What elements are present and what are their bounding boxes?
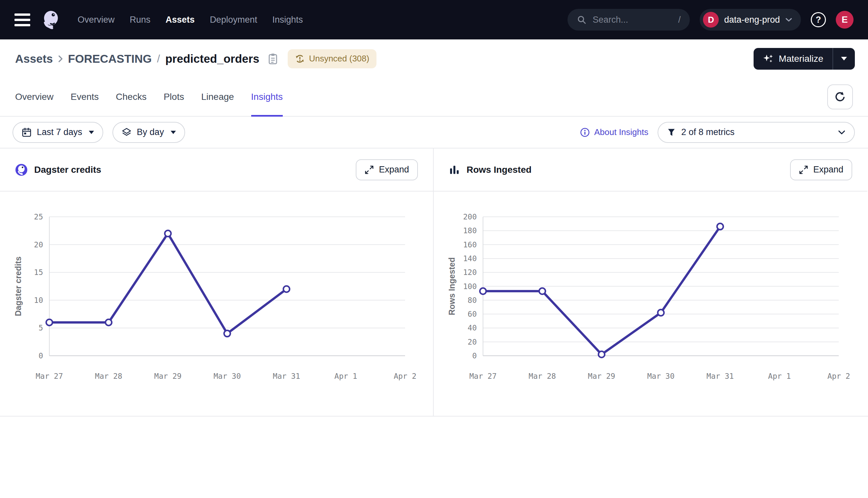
asset-header-row: Assets FORECASTING / predicted_orders [0, 39, 868, 78]
expand-label: Expand [379, 165, 409, 175]
asset-name: predicted_orders [165, 52, 259, 65]
caret-down-icon [89, 131, 94, 134]
primary-nav: Overview Runs Assets Deployment Insights [78, 15, 303, 25]
breadcrumb-separator: / [157, 53, 160, 65]
search-input[interactable]: Search... / [567, 9, 690, 30]
insights-filter-bar: Last 7 days By day About Insights 2 of 8… [0, 117, 868, 148]
expand-label: Expand [813, 165, 843, 175]
y-tick-label: 80 [468, 296, 477, 304]
rows-ingested-card: Rows Ingested Expand 0204060801001201401… [434, 148, 867, 416]
status-badge[interactable]: Unsynced (308) [288, 49, 377, 68]
x-tick-label: Mar 27 [36, 372, 63, 380]
nav-overview[interactable]: Overview [78, 15, 115, 25]
dagster-credits-line-chart: 0510152025Mar 27Mar 28Mar 29Mar 30Mar 31… [0, 192, 433, 416]
breadcrumb-chevron-icon [58, 55, 63, 62]
bar-chart-icon [449, 164, 460, 175]
x-tick-label: Mar 28 [529, 372, 556, 380]
user-avatar[interactable]: E [836, 11, 854, 29]
data-point[interactable] [224, 330, 230, 337]
nav-runs[interactable]: Runs [130, 15, 151, 25]
status-badge-label: Unsynced (308) [309, 54, 370, 64]
y-tick-label: 25 [34, 212, 43, 221]
x-tick-label: Mar 31 [706, 372, 734, 380]
rows-ingested-header: Rows Ingested Expand [434, 148, 867, 192]
series-line [483, 227, 720, 354]
data-point[interactable] [46, 319, 53, 326]
chevron-down-icon [785, 17, 792, 22]
tab-checks[interactable]: Checks [116, 78, 146, 116]
y-tick-label: 20 [34, 240, 43, 249]
tab-events[interactable]: Events [71, 78, 99, 116]
data-point[interactable] [283, 286, 290, 292]
help-button[interactable]: ? [811, 12, 826, 27]
metrics-select[interactable]: 2 of 8 metrics [658, 122, 855, 143]
data-point[interactable] [480, 288, 486, 294]
x-tick-label: Apr 2 [394, 372, 416, 380]
caret-down-icon [841, 57, 847, 61]
org-name: data-eng-prod [724, 15, 780, 25]
tab-overview[interactable]: Overview [15, 78, 54, 116]
data-point[interactable] [598, 351, 605, 357]
navbar-right: Search... / D data-eng-prod ? E [567, 9, 854, 30]
question-mark-icon: ? [816, 15, 821, 25]
x-tick-label: Mar 29 [154, 372, 181, 380]
expand-button[interactable]: Expand [790, 159, 852, 180]
x-tick-label: Mar 30 [647, 372, 674, 380]
search-placeholder: Search... [592, 15, 672, 25]
sync-alert-icon [295, 54, 305, 64]
sparkles-icon [763, 54, 773, 64]
y-tick-label: 100 [463, 282, 477, 291]
breadcrumb: Assets FORECASTING / predicted_orders [15, 52, 278, 65]
x-tick-label: Apr 1 [334, 372, 357, 380]
dagster-mini-logo-icon [15, 163, 28, 176]
data-point[interactable] [539, 288, 546, 294]
menu-icon[interactable] [14, 13, 30, 26]
copy-asset-name-button[interactable] [268, 53, 278, 65]
funnel-icon [667, 128, 676, 137]
date-range-filter[interactable]: Last 7 days [13, 122, 103, 143]
materialize-button[interactable]: Materialize [754, 48, 832, 70]
insights-charts: Dagster credits Expand 0510152025Mar 27M… [0, 148, 868, 417]
tab-plots[interactable]: Plots [164, 78, 184, 116]
tab-insights[interactable]: Insights [251, 78, 283, 116]
materialize-dropdown-button[interactable] [833, 48, 855, 70]
series-line [49, 234, 286, 334]
nav-insights[interactable]: Insights [272, 15, 303, 25]
metrics-select-value: 2 of 8 metrics [681, 127, 735, 137]
rows-ingested-line-chart: 020406080100120140160180200Mar 27Mar 28M… [434, 192, 867, 416]
org-avatar: D [703, 12, 719, 28]
data-point[interactable] [105, 319, 112, 326]
nav-deployment[interactable]: Deployment [210, 15, 257, 25]
about-insights-label: About Insights [594, 127, 648, 137]
breadcrumb-group-link[interactable]: FORECASTING [68, 52, 152, 65]
about-insights-link[interactable]: About Insights [580, 127, 648, 137]
x-tick-label: Mar 28 [95, 372, 122, 380]
dagster-logo-icon[interactable] [41, 10, 61, 29]
caret-down-icon [171, 131, 176, 134]
top-navbar: Overview Runs Assets Deployment Insights… [0, 0, 868, 39]
org-switcher[interactable]: D data-eng-prod [700, 9, 801, 30]
materialize-split-button: Materialize [754, 48, 855, 70]
search-icon [577, 15, 587, 25]
nav-assets[interactable]: Assets [166, 15, 195, 25]
y-tick-label: 5 [38, 324, 43, 332]
breadcrumb-assets-link[interactable]: Assets [15, 52, 53, 65]
x-tick-label: Mar 29 [588, 372, 615, 380]
expand-button[interactable]: Expand [356, 159, 418, 180]
x-tick-label: Mar 30 [213, 372, 241, 380]
tab-lineage[interactable]: Lineage [201, 78, 234, 116]
refresh-button[interactable] [827, 84, 853, 109]
dagster-credits-chart-area: 0510152025Mar 27Mar 28Mar 29Mar 30Mar 31… [0, 192, 433, 416]
data-point[interactable] [717, 223, 723, 230]
x-tick-label: Mar 27 [469, 372, 497, 380]
data-point[interactable] [658, 310, 664, 316]
y-tick-label: 160 [463, 240, 477, 249]
data-point[interactable] [165, 230, 171, 237]
y-axis-title: Rows Ingested [447, 257, 456, 315]
layers-icon [122, 128, 131, 137]
expand-icon [799, 165, 808, 174]
chart-title: Rows Ingested [467, 165, 532, 175]
search-shortcut-key: / [678, 15, 681, 25]
granularity-filter[interactable]: By day [113, 122, 185, 143]
y-tick-label: 180 [463, 226, 477, 235]
